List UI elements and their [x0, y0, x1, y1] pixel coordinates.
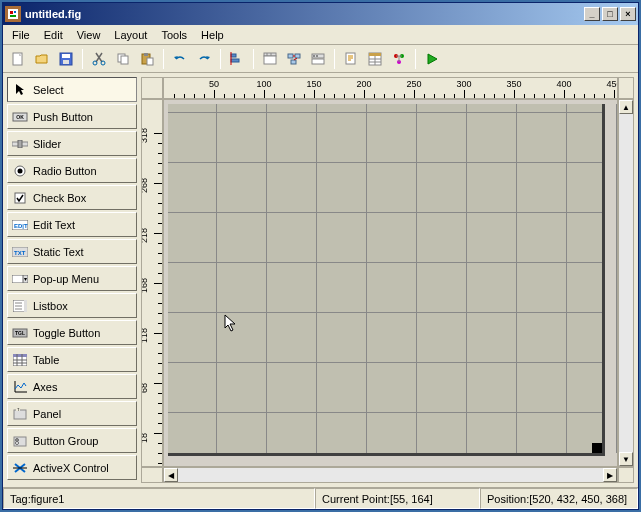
svg-point-8: [93, 61, 97, 65]
checkbox-icon: [12, 191, 28, 205]
ruler-tick-label: 250: [406, 79, 421, 89]
align-icon[interactable]: [226, 48, 248, 70]
palette-label: Radio Button: [33, 165, 97, 177]
edit-icon: ED|T: [12, 218, 28, 232]
component-palette: Select OK Push Button Slider Radio Butto…: [7, 77, 137, 483]
cut-icon[interactable]: [88, 48, 110, 70]
save-icon[interactable]: [55, 48, 77, 70]
svg-rect-11: [121, 56, 128, 64]
ruler-tick-label: 168: [141, 278, 149, 293]
status-currentpoint: Current Point: [55, 164]: [315, 488, 480, 509]
svg-text:ED|T: ED|T: [14, 223, 28, 229]
redo-icon[interactable]: [193, 48, 215, 70]
palette-axes[interactable]: Axes: [7, 374, 137, 399]
menu-tools[interactable]: Tools: [154, 27, 194, 43]
svg-rect-71: [14, 410, 26, 419]
scroll-down-icon[interactable]: ▼: [619, 452, 633, 466]
editor-icon[interactable]: [340, 48, 362, 70]
svg-rect-2: [14, 11, 16, 13]
property-inspector-icon[interactable]: [364, 48, 386, 70]
window-title: untitled.fig: [25, 8, 584, 20]
paste-icon[interactable]: [136, 48, 158, 70]
menu-help[interactable]: Help: [194, 27, 231, 43]
close-button[interactable]: ×: [620, 7, 636, 21]
svg-rect-13: [144, 53, 148, 56]
separator: [82, 49, 83, 69]
menu-file[interactable]: File: [5, 27, 37, 43]
ruler-tick-label: 68: [141, 383, 149, 393]
svg-rect-24: [291, 60, 296, 64]
palette-label: Slider: [33, 138, 61, 150]
menu-view[interactable]: View: [70, 27, 108, 43]
scroll-track[interactable]: [619, 114, 633, 452]
palette-label: Table: [33, 354, 59, 366]
palette-toggle[interactable]: TGL Toggle Button: [7, 320, 137, 345]
scrollbar-horizontal[interactable]: ◀ ▶: [163, 467, 618, 483]
ruler-tick-label: 268: [141, 178, 149, 193]
ruler-corner: [141, 77, 163, 99]
palette-label: Axes: [33, 381, 57, 393]
svg-rect-64: [13, 354, 27, 357]
object-browser-icon[interactable]: [388, 48, 410, 70]
palette-statictext[interactable]: TXT Static Text: [7, 239, 137, 264]
design-canvas[interactable]: [163, 99, 618, 467]
svg-rect-22: [288, 54, 293, 58]
new-icon[interactable]: [7, 48, 29, 70]
palette-radio[interactable]: Radio Button: [7, 158, 137, 183]
window-buttons: _ □ ×: [584, 7, 636, 21]
maximize-button[interactable]: □: [602, 7, 618, 21]
ruler-horizontal[interactable]: 50100150200250300350400450: [163, 77, 618, 99]
ruler-vertical[interactable]: 1868118168218268318: [141, 99, 163, 467]
svg-rect-60: [24, 300, 27, 312]
palette-table[interactable]: Table: [7, 347, 137, 372]
palette-activex[interactable]: ActiveX Control: [7, 455, 137, 480]
undo-icon[interactable]: [169, 48, 191, 70]
slider-icon: [12, 137, 28, 151]
scrollbar-vertical[interactable]: ▲ ▼: [618, 99, 634, 467]
svg-point-77: [16, 439, 17, 440]
open-icon[interactable]: [31, 48, 53, 70]
figure-panel[interactable]: [168, 104, 605, 456]
copy-icon[interactable]: [112, 48, 134, 70]
app-icon: [5, 6, 21, 22]
palette-popup[interactable]: Pop-up Menu: [7, 266, 137, 291]
menu-layout[interactable]: Layout: [107, 27, 154, 43]
minimize-button[interactable]: _: [584, 7, 600, 21]
palette-slider[interactable]: Slider: [7, 131, 137, 156]
menu-editor-icon[interactable]: [259, 48, 281, 70]
svg-text:TXT: TXT: [14, 250, 26, 256]
ruler-tick-label: 200: [356, 79, 371, 89]
ruler-tick-label: 318: [141, 128, 149, 143]
svg-text:TGL: TGL: [15, 330, 25, 336]
toolbar-editor-icon[interactable]: [307, 48, 329, 70]
palette-buttongroup[interactable]: Button Group: [7, 428, 137, 453]
palette-pushbutton[interactable]: OK Push Button: [7, 104, 137, 129]
panel-icon: T: [12, 407, 28, 421]
svg-rect-14: [147, 58, 153, 65]
palette-label: Edit Text: [33, 219, 75, 231]
palette-label: ActiveX Control: [33, 462, 109, 474]
palette-label: Select: [33, 84, 64, 96]
svg-rect-6: [62, 54, 70, 58]
palette-select[interactable]: Select: [7, 77, 137, 102]
menu-edit[interactable]: Edit: [37, 27, 70, 43]
resize-handle[interactable]: [592, 443, 602, 453]
svg-rect-19: [264, 56, 276, 64]
palette-edittext[interactable]: ED|T Edit Text: [7, 212, 137, 237]
palette-checkbox[interactable]: Check Box: [7, 185, 137, 210]
palette-label: Panel: [33, 408, 61, 420]
scroll-track[interactable]: [178, 468, 603, 482]
titlebar[interactable]: untitled.fig _ □ ×: [3, 3, 638, 25]
ruler-end: [618, 77, 634, 99]
scroll-up-icon[interactable]: ▲: [619, 100, 633, 114]
run-icon[interactable]: [421, 48, 443, 70]
listbox-icon: [12, 299, 28, 313]
popup-icon: [12, 272, 28, 286]
palette-listbox[interactable]: Listbox: [7, 293, 137, 318]
scroll-right-icon[interactable]: ▶: [603, 468, 617, 482]
tab-order-icon[interactable]: [283, 48, 305, 70]
ruler-tick-label: 50: [209, 79, 219, 89]
scroll-left-icon[interactable]: ◀: [164, 468, 178, 482]
palette-panel[interactable]: T Panel: [7, 401, 137, 426]
ruler-end: [141, 467, 163, 483]
